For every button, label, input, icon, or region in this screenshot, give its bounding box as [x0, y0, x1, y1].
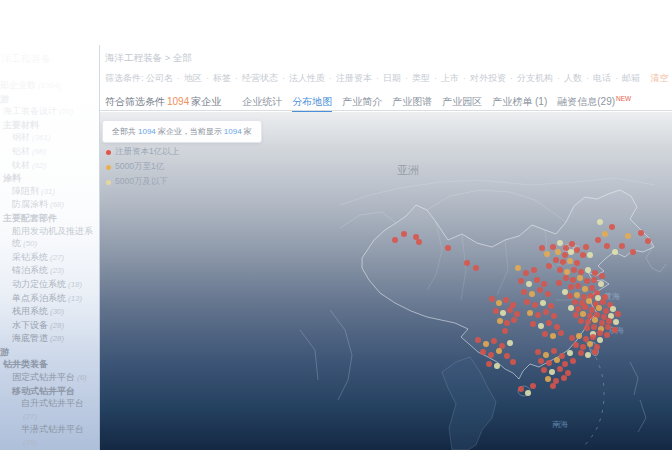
company-dot[interactable]	[567, 350, 573, 356]
company-dot[interactable]	[630, 249, 636, 255]
company-dot[interactable]	[543, 309, 549, 315]
company-dot[interactable]	[569, 241, 575, 247]
company-dot[interactable]	[570, 358, 576, 364]
sidebar-item[interactable]: 钛材(62)	[12, 159, 99, 173]
company-dot[interactable]	[596, 305, 602, 311]
company-dot[interactable]	[527, 310, 533, 316]
filter-item[interactable]: 分支机构	[517, 73, 553, 83]
company-dot[interactable]	[564, 269, 570, 275]
company-dot[interactable]	[610, 306, 616, 312]
company-dot[interactable]	[514, 311, 520, 317]
company-dot[interactable]	[574, 260, 580, 266]
company-dot[interactable]	[625, 233, 631, 239]
company-dot[interactable]	[543, 352, 549, 358]
company-dot[interactable]	[416, 239, 422, 245]
company-dot[interactable]	[555, 249, 561, 255]
company-dot[interactable]	[550, 333, 556, 339]
sidebar-item[interactable]: 水下设备(28)	[12, 319, 99, 333]
sidebar-item[interactable]: 防腐涂料(68)	[12, 198, 99, 212]
company-dot[interactable]	[571, 267, 577, 273]
tab-item[interactable]: 产业简介	[342, 96, 382, 110]
company-dot[interactable]	[574, 292, 580, 298]
company-dot[interactable]	[544, 251, 550, 257]
tab-item[interactable]: 企业统计	[242, 96, 282, 110]
company-dot[interactable]	[537, 287, 543, 293]
company-dot[interactable]	[580, 344, 586, 350]
company-dot[interactable]	[546, 263, 552, 269]
company-dot[interactable]	[554, 357, 560, 363]
company-dot[interactable]	[557, 366, 563, 372]
company-dot[interactable]	[578, 318, 584, 324]
company-dot[interactable]	[562, 361, 568, 367]
company-dot[interactable]	[532, 302, 538, 308]
filter-item[interactable]: 法人性质	[289, 73, 325, 83]
company-dot[interactable]	[603, 308, 609, 314]
company-dot[interactable]	[486, 361, 492, 367]
company-dot[interactable]	[568, 284, 574, 290]
company-dot[interactable]	[503, 297, 509, 303]
company-dot[interactable]	[521, 289, 527, 295]
sidebar-item[interactable]: 锚泊系统(23)	[12, 264, 99, 278]
filter-item[interactable]: 标签	[213, 73, 231, 83]
company-dot[interactable]	[597, 337, 603, 343]
company-dot[interactable]	[613, 319, 619, 325]
company-dot[interactable]	[538, 358, 544, 364]
filter-item[interactable]: 注册资本	[336, 73, 372, 83]
sidebar-item[interactable]: 动力定位系统(18)	[12, 278, 99, 292]
company-dot[interactable]	[499, 343, 505, 349]
company-dot[interactable]	[500, 310, 506, 316]
company-dot[interactable]	[493, 308, 499, 314]
company-dot[interactable]	[568, 249, 574, 255]
company-dot[interactable]	[530, 321, 536, 327]
company-dot[interactable]	[609, 224, 615, 230]
company-dot[interactable]	[534, 277, 540, 283]
company-dot[interactable]	[539, 245, 545, 251]
company-dot[interactable]	[638, 230, 644, 236]
distribution-map[interactable]: 亚洲北京黄海东海南海	[100, 112, 672, 450]
filter-item[interactable]: 经营状态	[242, 73, 278, 83]
company-dot[interactable]	[535, 312, 541, 318]
company-dot[interactable]	[562, 252, 568, 258]
sidebar-item[interactable]: 船用发动机及推进系统(50)	[12, 225, 99, 251]
filter-item[interactable]: 上市	[441, 73, 459, 83]
company-dot[interactable]	[576, 333, 582, 339]
company-dot[interactable]	[473, 265, 479, 271]
company-dot[interactable]	[619, 243, 625, 249]
company-dot[interactable]	[524, 299, 530, 305]
filter-item[interactable]: 对外投资	[470, 73, 506, 83]
company-dot[interactable]	[597, 219, 603, 225]
company-dot[interactable]	[518, 278, 524, 284]
company-dot[interactable]	[510, 302, 516, 308]
sidebar-item[interactable]: 自升式钻井平台(27)	[21, 397, 99, 423]
tab-item[interactable]: 产业园区	[442, 96, 482, 110]
sidebar-item[interactable]: 固定式钻井平台(6)	[12, 371, 99, 385]
company-dot[interactable]	[599, 273, 605, 279]
company-dot[interactable]	[573, 342, 579, 348]
company-dot[interactable]	[585, 319, 591, 325]
company-dot[interactable]	[496, 300, 502, 306]
company-dot[interactable]	[580, 311, 586, 317]
company-dot[interactable]	[572, 299, 578, 305]
company-dot[interactable]	[561, 375, 567, 381]
company-dot[interactable]	[562, 289, 568, 295]
tab-item[interactable]: 产业榜单 (1)	[492, 96, 547, 110]
company-dot[interactable]	[497, 318, 503, 324]
sidebar-item[interactable]: 主要配套部件	[3, 212, 99, 225]
company-dot[interactable]	[553, 378, 559, 384]
company-dot[interactable]	[615, 311, 621, 317]
company-dot[interactable]	[559, 353, 565, 359]
company-dot[interactable]	[558, 330, 564, 336]
company-dot[interactable]	[602, 231, 608, 237]
company-dot[interactable]	[401, 231, 407, 237]
company-dot[interactable]	[574, 247, 580, 253]
filter-item[interactable]: 邮箱	[622, 73, 640, 83]
company-dot[interactable]	[511, 317, 517, 323]
filter-item[interactable]: 地区	[184, 73, 202, 83]
company-dot[interactable]	[583, 244, 589, 250]
company-dot[interactable]	[577, 275, 583, 281]
company-dot[interactable]	[541, 367, 547, 373]
company-dot[interactable]	[567, 258, 573, 264]
company-dot[interactable]	[582, 286, 588, 292]
company-dot[interactable]	[575, 283, 581, 289]
company-dot[interactable]	[504, 353, 510, 359]
